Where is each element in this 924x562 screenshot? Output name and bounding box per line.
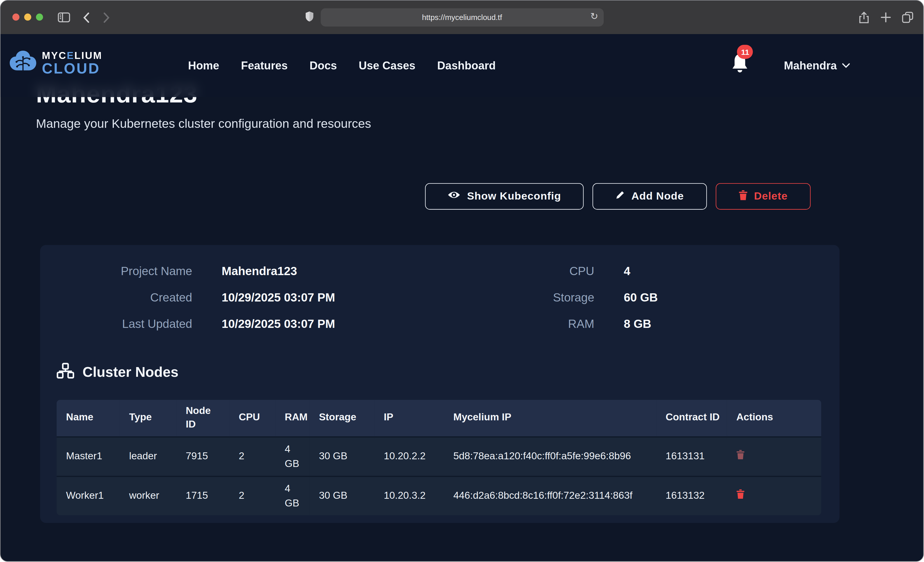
- zoom-window-button[interactable]: [36, 13, 43, 21]
- add-node-button[interactable]: Add Node: [592, 183, 707, 209]
- forward-button[interactable]: [99, 0, 113, 34]
- main-nav: Home Features Docs Use Cases Dashboard: [188, 34, 496, 97]
- project-info-right: CPU4 Storage60 GB RAM8 GB: [495, 263, 765, 332]
- table-row: Master1 leader 7915 2 4 GB 30 GB 10.20.2…: [57, 437, 821, 477]
- table-header-row: Name Type Node ID CPU RAM Storage IP Myc…: [57, 400, 821, 437]
- tab-overview-button[interactable]: [899, 0, 916, 34]
- info-label: Project Name: [64, 263, 192, 279]
- col-node-id: Node ID: [176, 400, 229, 437]
- trash-icon: [736, 490, 744, 499]
- info-label: Last Updated: [64, 315, 192, 332]
- minimize-window-button[interactable]: [24, 13, 31, 21]
- col-name: Name: [57, 400, 120, 437]
- project-info-panel: Project NameMahendra123 Created10/29/202…: [40, 245, 839, 523]
- chevron-down-icon: [842, 61, 850, 70]
- info-value: 4: [624, 263, 765, 279]
- cell-ip: 10.20.2.2: [374, 437, 444, 477]
- cell-mycelium-ip: 5d8:78ea:a120:f40c:ff0f:a5fe:99e6:8b96: [444, 437, 656, 477]
- site-header: MYCELIUM CLOUD Home Features Docs Use Ca…: [0, 34, 924, 97]
- screenshot-stage: Mahendra123 Manage your Kubernetes clust…: [0, 0, 924, 562]
- col-contract-id: Contract ID: [656, 400, 727, 437]
- nav-link-dashboard[interactable]: Dashboard: [437, 59, 496, 72]
- col-type: Type: [120, 400, 177, 437]
- nav-link-use-cases[interactable]: Use Cases: [359, 59, 416, 72]
- info-value: Mahendra123: [222, 263, 475, 279]
- cluster-nodes-heading: Cluster Nodes: [57, 363, 178, 381]
- cell-type: leader: [120, 437, 177, 477]
- page-content: Mahendra123 Manage your Kubernetes clust…: [0, 34, 924, 561]
- info-label: Created: [64, 289, 192, 306]
- notifications-button[interactable]: 11: [730, 52, 754, 81]
- cell-node-id: 7915: [176, 437, 229, 477]
- nav-link-home[interactable]: Home: [188, 59, 219, 72]
- trash-icon: [739, 190, 747, 203]
- cell-cpu: 2: [229, 437, 275, 477]
- brand-logo[interactable]: MYCELIUM CLOUD: [9, 49, 102, 76]
- cell-mycelium-ip: 446:d2a6:8bcd:8c16:ff0f:72e2:3114:863f: [444, 477, 656, 516]
- cell-contract-id: 1613132: [656, 477, 727, 516]
- trash-icon: [736, 450, 744, 460]
- back-button[interactable]: [79, 0, 93, 34]
- delete-node-button[interactable]: [736, 490, 744, 499]
- cell-ip: 10.20.3.2: [374, 477, 444, 516]
- info-value: 10/29/2025 03:07 PM: [222, 289, 475, 306]
- new-tab-button[interactable]: [878, 0, 894, 34]
- table-row: Worker1 worker 1715 2 4 GB 30 GB 10.20.3…: [57, 477, 821, 516]
- cluster-nodes-title: Cluster Nodes: [82, 364, 178, 380]
- eye-icon: [447, 190, 460, 203]
- user-menu[interactable]: Mahendra: [780, 34, 854, 97]
- logo-line1: MYCELIUM: [42, 51, 102, 60]
- reload-icon[interactable]: ↻: [590, 10, 598, 22]
- show-kubeconfig-label: Show Kubeconfig: [467, 190, 561, 203]
- browser-chrome: https://myceliumcloud.tf ↻: [0, 0, 924, 34]
- info-label: Storage: [495, 289, 594, 306]
- cell-storage: 30 GB: [309, 477, 374, 516]
- col-mycelium-ip: Mycelium IP: [444, 400, 656, 437]
- url-text: https://myceliumcloud.tf: [422, 13, 502, 22]
- cell-type: worker: [120, 477, 177, 516]
- add-node-label: Add Node: [632, 190, 684, 203]
- cell-name: Master1: [57, 437, 120, 477]
- browser-window: Mahendra123 Manage your Kubernetes clust…: [0, 0, 924, 562]
- cell-storage: 30 GB: [309, 437, 374, 477]
- notification-badge: 11: [737, 45, 753, 59]
- nav-link-features[interactable]: Features: [241, 59, 288, 72]
- cluster-nodes-table: Name Type Node ID CPU RAM Storage IP Myc…: [57, 400, 821, 516]
- delete-label: Delete: [754, 190, 788, 203]
- col-ip: IP: [374, 400, 444, 437]
- info-value: 60 GB: [624, 289, 765, 306]
- cell-contract-id: 1613131: [656, 437, 727, 477]
- col-actions: Actions: [727, 400, 821, 437]
- cell-ram: 4 GB: [275, 477, 309, 516]
- user-name: Mahendra: [784, 59, 837, 72]
- page-subtitle: Manage your Kubernetes cluster configura…: [36, 117, 371, 131]
- bell-icon: [730, 66, 750, 76]
- delete-node-button[interactable]: [736, 450, 744, 460]
- logo-line2: CLOUD: [42, 61, 102, 76]
- col-cpu: CPU: [229, 400, 275, 437]
- cell-name: Worker1: [57, 477, 120, 516]
- info-label: CPU: [495, 263, 594, 279]
- show-kubeconfig-button[interactable]: Show Kubeconfig: [425, 183, 584, 209]
- cell-ram: 4 GB: [275, 437, 309, 477]
- delete-button[interactable]: Delete: [716, 183, 811, 209]
- col-ram: RAM: [275, 400, 309, 437]
- cell-node-id: 1715: [176, 477, 229, 516]
- brand-logo-text: MYCELIUM CLOUD: [42, 51, 102, 76]
- cell-cpu: 2: [229, 477, 275, 516]
- sidebar-toggle-button[interactable]: [55, 0, 73, 34]
- mycelium-cloud-icon: [9, 49, 37, 76]
- project-info-left: Project NameMahendra123 Created10/29/202…: [64, 263, 475, 332]
- network-icon: [57, 363, 74, 381]
- info-value: 10/29/2025 03:07 PM: [222, 315, 475, 332]
- share-icon[interactable]: [856, 0, 872, 34]
- window-controls[interactable]: [12, 13, 43, 21]
- col-storage: Storage: [309, 400, 374, 437]
- pencil-icon: [615, 190, 625, 203]
- privacy-shield-icon: [305, 11, 314, 22]
- info-label: RAM: [495, 315, 594, 332]
- address-bar[interactable]: https://myceliumcloud.tf ↻: [321, 8, 603, 26]
- nav-link-docs[interactable]: Docs: [309, 59, 337, 72]
- close-window-button[interactable]: [12, 13, 20, 21]
- info-value: 8 GB: [624, 315, 765, 332]
